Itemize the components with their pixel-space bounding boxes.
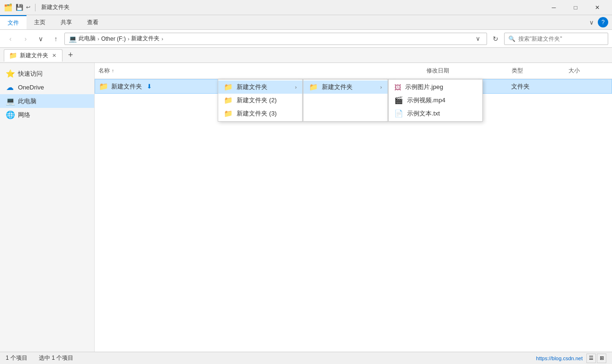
details-view-btn[interactable]: ☰	[586, 354, 596, 363]
cascade-item-1[interactable]: 📁 新建文件夹 ›	[218, 80, 302, 94]
status-right: https://blog.csdn.net ☰ ⊞	[536, 354, 606, 363]
col-modified-label: 修改日期	[426, 67, 449, 75]
refresh-button[interactable]: ↻	[489, 32, 502, 45]
sidebar-item-thispc[interactable]: 💻 此电脑	[0, 94, 94, 108]
tab-close-btn[interactable]: ✕	[51, 53, 57, 59]
folder-icon-c3: 📁	[224, 109, 233, 118]
forward-button[interactable]: ›	[19, 32, 32, 45]
quickaccess-icon: ⭐	[6, 69, 14, 78]
cascade-item-2[interactable]: 📁 新建文件夹 (2)	[218, 94, 302, 107]
tab-file[interactable]: 文件	[0, 15, 27, 29]
col-size[interactable]: 大小	[565, 65, 612, 77]
sidebar-label-quickaccess: 快速访问	[18, 70, 43, 78]
tab-share[interactable]: 共享	[53, 15, 80, 29]
new-tab-button[interactable]: +	[64, 49, 77, 62]
col-name-label: 名称	[98, 67, 110, 75]
file-name: 新建文件夹	[111, 82, 142, 91]
view-buttons: ☰ ⊞	[586, 354, 606, 363]
cascade-menu-3: 🖼 示例图片.jpeg 🎬 示例视频.mp4 📄 示例文本.txt	[388, 79, 483, 122]
cascade-arrow-1: ›	[295, 84, 297, 90]
file-list-header: 名称 ↑ 修改日期 类型 大小	[95, 63, 612, 79]
col-modified[interactable]: 修改日期	[423, 65, 508, 77]
main-content: ⭐ 快速访问 ☁ OneDrive 💻 此电脑 🌐 网络 名称 ↑ 修改日期	[0, 63, 612, 352]
cascade-item-3[interactable]: 📁 新建文件夹 (3)	[218, 107, 302, 120]
address-segment-folder[interactable]: 新建文件夹	[131, 35, 160, 43]
file-label-txt: 示例文本.txt	[407, 109, 440, 118]
address-dropdown-btn[interactable]: ∨	[473, 33, 483, 45]
mp4-icon: 🎬	[394, 96, 403, 105]
network-icon: 🌐	[6, 110, 14, 119]
sidebar: ⭐ 快速访问 ☁ OneDrive 💻 此电脑 🌐 网络	[0, 63, 95, 352]
tab-folder-icon: 📁	[9, 52, 17, 59]
title-bar: 🗂️ 💾 ↩ 新建文件夹 ─ □ ✕	[0, 0, 612, 15]
minimize-button[interactable]: ─	[543, 0, 565, 15]
chevron-1: ›	[98, 36, 99, 42]
undo-icon: ↩	[26, 4, 30, 10]
divider	[35, 4, 35, 11]
col-type[interactable]: 类型	[508, 65, 565, 77]
cascade-label-1: 新建文件夹	[237, 83, 267, 91]
file-size-cell	[564, 85, 612, 88]
address-box[interactable]: 💻 此电脑 › Other (F:) › 新建文件夹 › ∨	[64, 33, 487, 45]
address-segment-drive[interactable]: Other (F:)	[101, 36, 126, 42]
help-button[interactable]: ?	[598, 17, 608, 27]
col-name[interactable]: 名称 ↑	[95, 65, 423, 77]
search-input[interactable]	[518, 36, 604, 42]
sidebar-item-network[interactable]: 🌐 网络	[0, 108, 94, 122]
cascade-label-3: 新建文件夹 (3)	[237, 109, 277, 118]
address-segment-pc[interactable]: 此电脑	[79, 35, 96, 43]
sort-arrow: ↑	[112, 68, 114, 73]
file-item-mp4[interactable]: 🎬 示例视频.mp4	[389, 94, 482, 107]
app-icon: 🗂️	[4, 3, 13, 12]
this-pc-icon: 💻	[69, 35, 77, 43]
tab-view[interactable]: 查看	[80, 15, 106, 29]
save-icon: 💾	[16, 4, 23, 11]
cascade-menu-2: 📁 新建文件夹 ›	[303, 79, 388, 122]
tab-home[interactable]: 主页	[27, 15, 53, 29]
chevron-2: ›	[128, 36, 130, 42]
selected-count: 选中 1 个项目	[39, 354, 73, 362]
ribbon-collapse-btn[interactable]: ∨	[589, 19, 594, 26]
file-type: 文件夹	[511, 82, 530, 91]
maximize-button[interactable]: □	[565, 0, 586, 15]
icons-view-btn[interactable]: ⊞	[597, 354, 606, 363]
file-label-mp4: 示例视频.mp4	[407, 96, 445, 105]
jpeg-icon: 🖼	[394, 83, 401, 91]
status-bar: 1 个项目 选中 1 个项目 https://blog.csdn.net ☰ ⊞	[0, 352, 612, 364]
sidebar-label-onedrive: OneDrive	[18, 84, 44, 91]
col-type-label: 类型	[512, 67, 523, 75]
close-button[interactable]: ✕	[586, 0, 608, 15]
file-item-jpeg[interactable]: 🖼 示例图片.jpeg	[389, 80, 482, 94]
ribbon-tabs: 文件 主页 共享 查看 ∨ ?	[0, 15, 612, 29]
download-indicator: ⬇	[147, 83, 152, 90]
address-bar-area: ‹ › ∨ ↑ 💻 此电脑 › Other (F:) › 新建文件夹 › ∨ ↻…	[0, 30, 612, 48]
ribbon: 文件 主页 共享 查看 ∨ ?	[0, 15, 612, 30]
cascade-item-sub-1[interactable]: 📁 新建文件夹 ›	[303, 80, 388, 94]
onedrive-icon: ☁	[6, 83, 14, 92]
up-button[interactable]: ↑	[49, 32, 62, 45]
search-icon: 🔍	[508, 36, 515, 42]
window-title: 新建文件夹	[41, 3, 543, 11]
file-type-cell: 文件夹	[507, 81, 564, 92]
cascade-arrow-sub1: ›	[380, 84, 382, 90]
cascade-container: 📁 新建文件夹 › 📁 新建文件夹 (2) 📁 新建文件夹 (3) 📁 新建文件	[218, 77, 483, 122]
sidebar-item-quickaccess[interactable]: ⭐ 快速访问	[0, 67, 94, 80]
txt-icon: 📄	[394, 109, 403, 118]
search-box[interactable]: 🔍	[504, 33, 608, 45]
file-item-txt[interactable]: 📄 示例文本.txt	[389, 107, 482, 120]
folder-icon-main: 📁	[99, 82, 108, 91]
status-link[interactable]: https://blog.csdn.net	[536, 355, 583, 361]
sidebar-label-thispc: 此电脑	[18, 97, 36, 106]
sidebar-label-network: 网络	[18, 111, 30, 119]
back-button[interactable]: ‹	[4, 32, 17, 45]
tab-bar: 📁 新建文件夹 ✕ +	[0, 48, 612, 63]
tab-label: 新建文件夹	[20, 52, 48, 60]
title-bar-icons: 🗂️ 💾 ↩	[4, 3, 37, 12]
active-tab[interactable]: 📁 新建文件夹 ✕	[4, 49, 62, 62]
up-dropdown-button[interactable]: ∨	[34, 32, 47, 45]
col-size-label: 大小	[568, 67, 580, 75]
folder-icon-c1: 📁	[224, 83, 233, 91]
sidebar-item-onedrive[interactable]: ☁ OneDrive	[0, 80, 94, 94]
file-area: 名称 ↑ 修改日期 类型 大小 📁 新建文件夹 ⬇ 2021/2/19 23:4…	[95, 63, 612, 352]
cascade-label-sub1: 新建文件夹	[322, 83, 353, 91]
